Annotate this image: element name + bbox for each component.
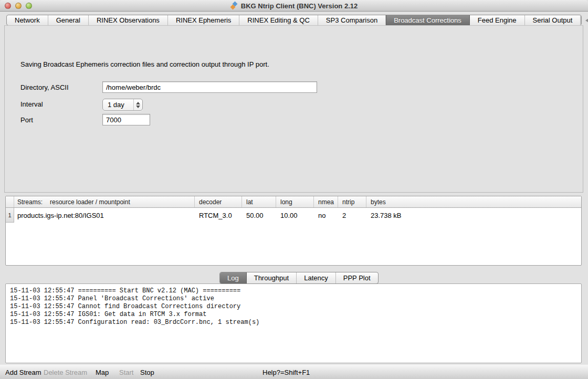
tab-rinex-observations[interactable]: RINEX Observations: [89, 15, 168, 25]
tab-throughput[interactable]: Throughput: [247, 272, 297, 283]
log-line: 15-11-03 12:55:47 Cannot find Broadcast …: [10, 303, 577, 311]
broadcast-corrections-panel: Saving Broadcast Ephemeris correction fi…: [4, 25, 583, 193]
stream-nmea: no: [313, 212, 338, 219]
streams-table: Streams:resource loader / mountpoint dec…: [5, 196, 582, 266]
streams-table-header: Streams:resource loader / mountpoint dec…: [6, 196, 581, 208]
streams-label: Streams:: [17, 198, 43, 206]
tab-network[interactable]: Network: [7, 15, 48, 25]
log-line: 15-11-03 12:55:47 ========== Start BNC v…: [10, 287, 577, 295]
mountpoint-column-header: Streams:resource loader / mountpoint: [14, 198, 194, 206]
nmea-column-header: nmea: [313, 196, 338, 207]
combo-stepper-icon: [133, 99, 142, 110]
log-line: 15-11-03 12:55:47 Panel 'Broadcast Corre…: [10, 295, 577, 303]
decoder-column-header: decoder: [194, 196, 242, 207]
tab-feed-engine[interactable]: Feed Engine: [470, 15, 525, 25]
bytes-column-header: bytes: [366, 196, 581, 207]
tab-rinex-ephemeris[interactable]: RINEX Ephemeris: [168, 15, 239, 25]
delete-stream-button: Delete Stream: [44, 368, 87, 376]
title-wrap: BKG Ntrip Client (BNC) Version 2.12: [0, 0, 588, 12]
stop-button[interactable]: Stop: [140, 368, 154, 376]
panel-description: Saving Broadcast Ephemeris correction fi…: [20, 60, 269, 68]
start-button: Start: [119, 368, 133, 376]
log-output[interactable]: 15-11-03 12:55:47 ========== Start BNC v…: [5, 283, 582, 363]
stream-row[interactable]: 1 products.igs-ip.net:80/IGS01 RTCM_3.0 …: [6, 208, 581, 223]
map-button[interactable]: Map: [96, 368, 109, 376]
add-stream-button[interactable]: Add Stream: [5, 368, 41, 376]
interval-value: 1 day: [103, 101, 133, 109]
log-line: 15-11-03 12:55:47 IGS01: Get data in RTC…: [10, 311, 577, 319]
stream-lat: 50.00: [242, 212, 276, 219]
stream-ntrip: 2: [338, 212, 366, 219]
directory-label: Directory, ASCII: [20, 83, 69, 91]
stream-bytes: 23.738 kB: [366, 212, 581, 219]
tab-rinex-editing-qc[interactable]: RINEX Editing & QC: [239, 15, 318, 25]
lat-column-header: lat: [242, 196, 276, 207]
log-line: 15-11-03 12:55:47 Configuration read: 03…: [10, 319, 577, 327]
tab-serial-output[interactable]: Serial Output: [525, 15, 581, 25]
log-tab-bar: Log Throughput Latency PPP Plot: [219, 272, 379, 284]
title-bar: BKG Ntrip Client (BNC) Version 2.12: [0, 0, 588, 12]
bnc-logo-icon: [230, 2, 238, 10]
ntrip-column-header: ntrip: [338, 196, 366, 207]
tab-log[interactable]: Log: [220, 272, 247, 283]
help-shortcut-label: Help?=Shift+F1: [262, 368, 310, 376]
header-corner-cell: [6, 196, 14, 207]
interval-label: Interval: [20, 100, 43, 108]
window-title: BKG Ntrip Client (BNC) Version 2.12: [241, 2, 358, 10]
tab-ppp-plot[interactable]: PPP Plot: [336, 272, 378, 283]
bottom-toolbar: Add Stream Delete Stream Map Start Stop …: [0, 364, 588, 379]
tab-latency[interactable]: Latency: [297, 272, 336, 283]
stream-mountpoint: products.igs-ip.net:80/IGS01: [14, 212, 194, 219]
row-number: 1: [6, 208, 14, 223]
stream-decoder: RTCM_3.0: [194, 212, 242, 219]
main-tab-bar: Network General RINEX Observations RINEX…: [6, 15, 582, 26]
tab-scroll-left-button[interactable]: [581, 15, 588, 25]
port-input[interactable]: [102, 114, 150, 125]
tab-scroll-controls: [581, 15, 588, 25]
port-label: Port: [20, 116, 33, 124]
long-column-header: long: [276, 196, 313, 207]
directory-input[interactable]: [102, 81, 317, 93]
stream-long: 10.00: [276, 212, 313, 219]
tab-broadcast-corrections[interactable]: Broadcast Corrections: [386, 15, 470, 25]
tab-general[interactable]: General: [48, 15, 89, 25]
mountpoint-header-text: resource loader / mountpoint: [50, 198, 130, 206]
chevron-left-icon: [585, 18, 588, 23]
interval-select[interactable]: 1 day: [102, 99, 143, 111]
tab-sp3-comparison[interactable]: SP3 Comparison: [318, 15, 386, 25]
